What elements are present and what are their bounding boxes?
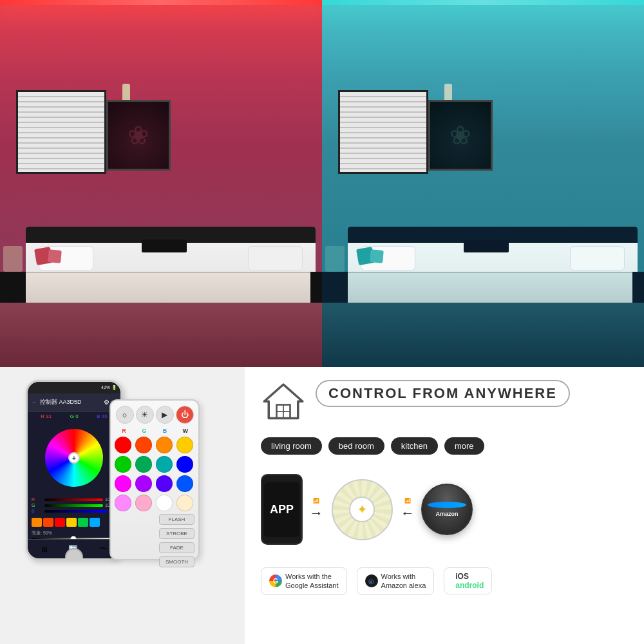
echo-ring	[428, 502, 466, 508]
google-icon: G	[269, 574, 282, 587]
house-icon	[261, 380, 306, 428]
remote-color-btn[interactable]	[135, 437, 152, 453]
bottom-section: 42% 🔋 ← 控制器 AA3D5D ⚙ ✏ R 31 G 0 B 46	[0, 367, 644, 644]
wifi-from-echo: 📶 ←	[401, 498, 415, 522]
control-title-area: CONTROL FROM ANYWHERE	[316, 380, 570, 407]
led-strip-reel: ✦	[330, 477, 394, 542]
color-wheel[interactable]: +	[45, 429, 103, 487]
blue-slider[interactable]	[44, 510, 107, 513]
phone-app-header: ← 控制器 AA3D5D ⚙ ✏	[28, 393, 120, 412]
compat-badges: G Works with theGoogle Assistant ◎ Works…	[261, 567, 628, 595]
ios-label: iOS	[455, 572, 484, 581]
remote-brightness-up[interactable]: ☀	[136, 406, 154, 424]
remote-color-btn[interactable]	[176, 475, 193, 492]
remote-color-btn[interactable]	[156, 495, 173, 511]
room-tag[interactable]: living room	[261, 437, 322, 455]
remote-side-btn[interactable]: FLASH	[159, 514, 194, 525]
room-tag[interactable]: bed room	[328, 437, 384, 455]
control-from-anywhere-title: CONTROL FROM ANYWHERE	[316, 380, 570, 407]
remote-color-btn[interactable]	[176, 437, 193, 453]
app-flow-diagram: APP 📶 → ✦ 📶	[261, 468, 628, 551]
remote-color-btn[interactable]	[135, 456, 152, 473]
app-smartphone: APP	[261, 474, 303, 545]
room-tag[interactable]: kitchen	[391, 437, 438, 455]
remote-side-btn[interactable]: SMOOTH	[159, 556, 194, 567]
ios-android-badge: iOS android	[444, 567, 492, 594]
green-slider[interactable]	[44, 504, 103, 507]
bedroom-teal-photo: ❀	[322, 0, 644, 367]
remote-side-btn[interactable]: STROBE	[159, 528, 194, 539]
arrow-right-icon: →	[309, 505, 323, 522]
amazon-alexa-badge: ◎ Works withAmazon alexa	[357, 567, 435, 595]
wifi-icon-left: 📶	[313, 498, 319, 504]
arrow-left-icon: ←	[401, 505, 415, 522]
google-assistant-badge: G Works with theGoogle Assistant	[261, 567, 347, 595]
color-wheel-center: +	[68, 452, 80, 464]
remote-color-btn[interactable]	[135, 495, 152, 511]
wifi-icon-right: 📶	[404, 498, 411, 504]
remote-play[interactable]: ▶	[156, 406, 174, 424]
bedroom-red-photo: ❀	[0, 0, 322, 367]
top-section: ❀	[0, 0, 644, 367]
remote-color-btn[interactable]	[176, 456, 193, 473]
remote-power[interactable]: ⏻	[176, 406, 194, 424]
control-header: CONTROL FROM ANYWHERE	[261, 380, 628, 428]
android-label: android	[455, 581, 484, 590]
right-panel: CONTROL FROM ANYWHERE living roombed roo…	[245, 367, 644, 644]
remote-side-btn[interactable]: FADE	[159, 542, 194, 553]
remote-control: ☼ ☀ ▶ ⏻ R G B W FLASHSTROBEFADESMOOTH	[109, 399, 200, 560]
amazon-echo-device: Amazon	[421, 484, 473, 535]
remote-color-btn[interactable]	[156, 456, 173, 473]
alexa-label: Works withAmazon alexa	[381, 572, 426, 591]
app-phone-mockup: 42% 🔋 ← 控制器 AA3D5D ⚙ ✏ R 31 G 0 B 46	[26, 380, 122, 560]
remote-color-btn[interactable]	[176, 495, 193, 511]
wifi-to-led: 📶 →	[309, 498, 323, 522]
remote-color-btn[interactable]	[115, 437, 131, 453]
remote-color-btn[interactable]	[115, 495, 131, 511]
remote-color-btn[interactable]	[156, 437, 173, 453]
remote-color-btn[interactable]	[115, 456, 131, 473]
phone-status-bar: 42% 🔋	[28, 382, 120, 393]
room-tag[interactable]: more	[444, 437, 484, 455]
remote-color-btn[interactable]	[115, 475, 131, 492]
remote-color-btn[interactable]	[135, 475, 152, 492]
red-slider[interactable]	[44, 498, 103, 501]
alexa-icon: ◎	[365, 574, 378, 587]
remote-brightness-down[interactable]: ☼	[116, 406, 134, 424]
left-panel: 42% 🔋 ← 控制器 AA3D5D ⚙ ✏ R 31 G 0 B 46	[0, 367, 245, 644]
room-tags: living roombed roomkitchenmore	[261, 437, 628, 455]
remote-color-btn[interactable]	[156, 475, 173, 492]
google-assistant-label: Works with theGoogle Assistant	[285, 572, 339, 591]
